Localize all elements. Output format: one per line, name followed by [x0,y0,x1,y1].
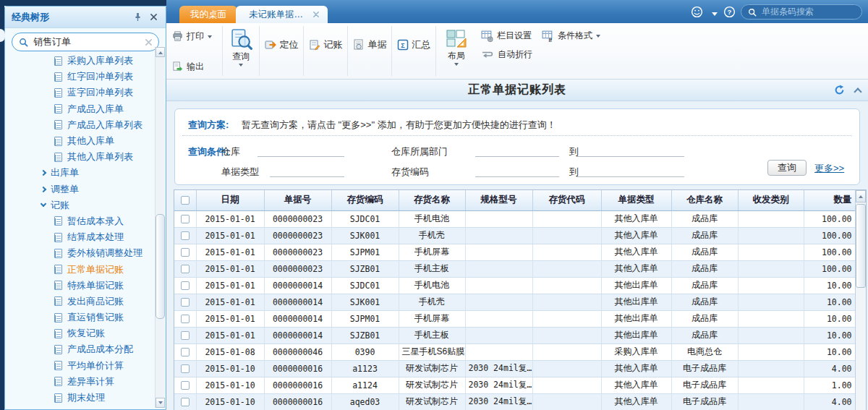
column-header[interactable]: 数量 [804,190,856,210]
tree-item[interactable]: 平均单价计算 [7,358,153,374]
table-row[interactable]: 2015-01-010000000023SJDC01手机电池其他入库单成品库10… [174,210,856,227]
column-header[interactable]: 日期 [196,190,264,210]
pin-button[interactable] [132,12,143,23]
table-row[interactable]: 2015-01-100000000016aqed03研发试制芯片2030 24m… [174,393,856,410]
summary-button[interactable]: Σ 汇总 [397,38,431,51]
row-checkbox[interactable] [181,298,190,307]
export-button[interactable]: 输出 [172,61,222,73]
tree-item[interactable]: 特殊单据记账 [7,278,153,294]
help-button[interactable]: ? [723,6,736,18]
tree-item[interactable]: 其他入库单列表 [7,149,153,165]
sidebar-scrollbar[interactable] [155,47,165,408]
emotion-button[interactable] [691,6,703,18]
row-checkbox[interactable] [181,381,190,390]
table-row[interactable]: 2015-01-010000000023SJZB01手机主板其他入库单成品库10… [174,260,856,277]
query-button-large[interactable]: 查询 [223,23,259,79]
tree-item[interactable] [7,406,153,409]
post-button-wrap: 记账 [304,23,347,80]
tree-item[interactable]: 其他入库单 [7,133,153,149]
query-submit-button[interactable]: 查询 [767,160,807,176]
emotion-dropdown-button[interactable] [712,9,718,19]
tab-close-button[interactable] [313,12,319,17]
row-checkbox[interactable] [181,315,190,323]
tree-item[interactable]: 差异率计算 [7,374,153,390]
table-row[interactable]: 2015-01-100000000016a1123研发试制芯片2030 24mi… [174,360,856,377]
scroll-thumb[interactable] [156,214,165,319]
tree-item[interactable]: 出库单 [7,165,153,181]
table-row[interactable]: 2015-01-010000000014SJZB01手机主板其他出库单成品库10… [174,327,856,343]
search-clear-button[interactable] [145,39,152,46]
column-settings-button[interactable]: 栏目设置 [481,30,532,42]
column-header[interactable]: 单据类型 [601,190,671,210]
scroll-thumb[interactable] [856,204,866,288]
warehouse-input[interactable] [258,145,344,157]
collapse-button[interactable] [855,86,861,95]
tab-my-desktop[interactable]: 我的桌面 [179,6,237,23]
tree-item[interactable]: 恢复记账 [7,325,153,341]
row-checkbox[interactable] [181,364,190,373]
inventory-code-input[interactable] [475,166,559,177]
table-row[interactable]: 2015-01-010000000023SJPM01手机屏幕其他入库单成品库10… [174,244,856,260]
table-row[interactable]: 2015-01-010000000014SJPM01手机屏幕其他出库单成品库10… [174,310,856,327]
sidebar-search-input[interactable]: 销售订单 [12,33,159,51]
row-checkbox[interactable] [181,281,190,290]
tree-item[interactable]: 产成品成本分配 [7,341,153,357]
tree-item[interactable]: 结算成本处理 [7,229,153,245]
sidebar-close-button[interactable] [148,12,159,23]
table-cell: a1124 [331,377,399,393]
conditional-format-button[interactable]: If 条件格式 [542,30,600,42]
row-checkbox[interactable] [181,398,190,406]
table-row[interactable]: 2015-01-0800000000460390三星手机S6贴膜采购入库单电商总… [174,343,856,360]
tree-item[interactable]: 委外核销调整处理 [7,245,153,261]
post-button[interactable]: 记账 [309,38,343,51]
column-header[interactable]: 存货名称 [399,190,465,210]
column-header[interactable]: 存货编码 [331,190,399,210]
barcode-search-input[interactable]: 单据条码搜索 [741,4,862,20]
tree-item[interactable]: 正常单据记账 [7,261,153,277]
scroll-up-button[interactable] [856,190,866,202]
more-link[interactable]: 更多>> [814,162,844,175]
tree-item[interactable]: 红字回冲单列表 [7,69,153,85]
locate-button[interactable]: 定位 [265,38,299,51]
tree-item[interactable]: 采购入库单列表 [7,53,153,69]
row-checkbox[interactable] [181,265,190,273]
to-input-2[interactable] [576,166,684,177]
doc-type-input[interactable] [270,166,344,177]
word-wrap-button[interactable]: 自动折行 [481,48,532,61]
select-all-checkbox[interactable] [181,196,190,205]
tree-item[interactable]: 调整单 [7,181,153,197]
tree-item[interactable]: 直运销售记账 [7,309,153,325]
voucher-button[interactable]: 单据 [353,38,387,51]
row-checkbox[interactable] [181,331,190,340]
tab-unposted-documents[interactable]: 未记账单据… [236,6,328,23]
column-header[interactable]: 规格型号 [465,190,532,210]
tree-item[interactable]: 期末处理 [7,390,153,406]
tree-item[interactable]: 记账 [7,197,153,213]
tree-item[interactable]: 蓝字回冲单列表 [7,85,153,101]
layout-button[interactable]: 布局 [436,23,477,79]
table-scrollbar[interactable] [855,190,866,410]
scroll-up-button[interactable] [156,47,165,57]
row-checkbox[interactable] [181,248,190,257]
table-row[interactable]: 2015-01-100000000016a1124研发试制芯片2030 24mi… [174,377,856,393]
table-row[interactable]: 2015-01-010000000023SJK001手机壳其他入库单成品库100… [174,227,856,244]
column-header[interactable]: 仓库名称 [671,190,738,210]
warehouse-dept-input[interactable] [475,145,559,157]
column-header[interactable]: 单据号 [264,190,331,210]
row-checkbox[interactable] [181,215,190,223]
tree-item-label: 产成品入库单 [67,103,124,116]
table-row[interactable]: 2015-01-010000000014SJK001手机壳其他出库单成品库10.… [174,294,856,310]
table-row[interactable]: 2015-01-010000000014SJDC01手机电池其他出库单成品库10… [174,277,856,294]
column-header[interactable]: 存货代码 [532,190,601,210]
to-input-1[interactable] [576,145,684,157]
tree-item[interactable]: 发出商品记账 [7,294,153,309]
tree-item[interactable]: 产成品入库单 [7,101,153,117]
refresh-button[interactable] [834,85,845,95]
row-checkbox[interactable] [181,348,190,356]
row-checkbox[interactable] [181,231,190,240]
tree-item[interactable]: 暂估成本录入 [7,213,153,229]
print-button[interactable]: 打印 [172,30,222,43]
column-header[interactable]: 收发类别 [738,190,804,210]
scroll-down-button[interactable] [156,398,165,408]
tree-item[interactable]: 产成品入库单列表 [7,117,153,133]
